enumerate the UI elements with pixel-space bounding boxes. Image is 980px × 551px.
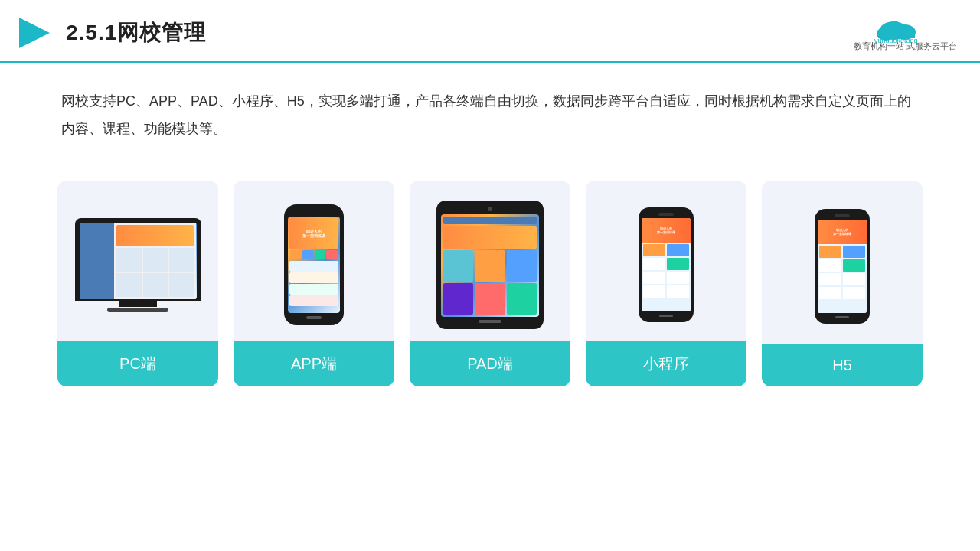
card-pc-label: PC端 — [57, 341, 218, 386]
logo-icon: yunduoketang — [871, 14, 939, 44]
svg-marker-0 — [19, 18, 50, 48]
card-h5: 职进人的第一堂训练课 — [762, 181, 923, 386]
play-icon — [15, 14, 54, 52]
h5-device: 职进人的第一堂训练课 — [769, 197, 915, 335]
card-pad-image — [410, 181, 570, 341]
card-pad-label: PAD端 — [410, 341, 570, 386]
pad-device — [417, 196, 563, 334]
phone-mini-mockup-2: 职进人的第一堂训练课 — [815, 209, 870, 324]
card-pc-image — [57, 181, 218, 341]
tablet-mockup — [436, 201, 544, 329]
card-miniapp-label: 小程序 — [586, 341, 746, 386]
card-app-image: 职进人的第一堂训练课 — [234, 181, 394, 341]
card-miniapp-image: 职进人的第一堂训练课 — [586, 181, 746, 341]
header-left: 2.5.1网校管理 — [15, 14, 206, 52]
svg-point-6 — [891, 21, 899, 28]
logo-area: yunduoketang 教育机构一站 式服务云平台 — [854, 14, 957, 52]
card-app: 职进人的第一堂训练课 — [234, 181, 394, 386]
miniapp-device: 职进人的第一堂训练课 — [593, 196, 739, 334]
logo-brand: 教育机构一站 式服务云平台 — [854, 41, 957, 52]
card-h5-image: 职进人的第一堂训练课 — [762, 181, 923, 344]
card-miniapp: 职进人的第一堂训练课 — [586, 181, 746, 386]
app-device: 职进人的第一堂训练课 — [241, 196, 387, 334]
phone-mini-mockup-1: 职进人的第一堂训练课 — [639, 207, 694, 322]
header: 2.5.1网校管理 yunduoketang 教育机构一站 式服务云平台 — [0, 0, 980, 63]
platform-cards: PC端 职进人的第一堂训练课 — [0, 158, 980, 402]
pc-device — [65, 196, 211, 334]
card-pad: PAD端 — [410, 181, 570, 386]
page-title: 2.5.1网校管理 — [66, 18, 206, 47]
phone-mockup: 职进人的第一堂训练课 — [284, 204, 344, 325]
card-pc: PC端 — [57, 181, 218, 386]
description-text: 网校支持PC、APP、PAD、小程序、H5，实现多端打通，产品各终端自由切换，数… — [0, 63, 980, 158]
card-h5-label: H5 — [762, 344, 923, 386]
monitor-mockup — [75, 218, 201, 312]
card-app-label: APP端 — [234, 341, 394, 386]
